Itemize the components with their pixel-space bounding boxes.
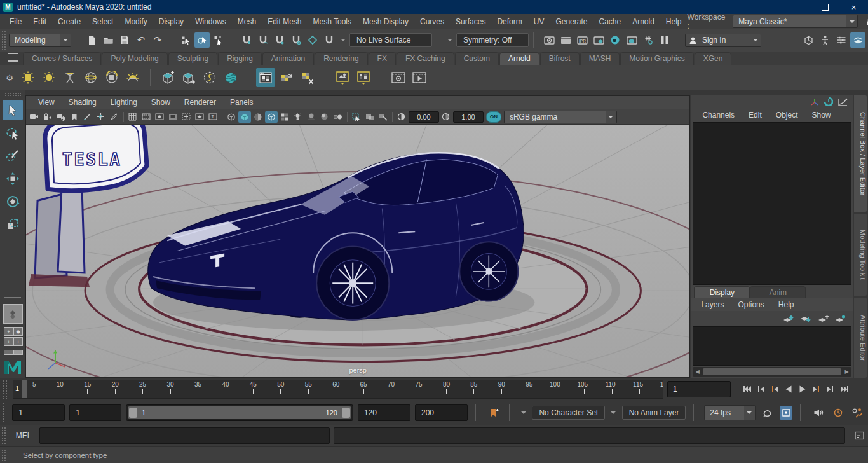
command-language-label[interactable]: MEL xyxy=(11,431,36,440)
undo-icon[interactable]: ↶ xyxy=(133,32,149,48)
live-surface-field[interactable]: No Live Surface xyxy=(349,33,432,47)
bookmark-add-icon[interactable] xyxy=(486,405,501,420)
menu-item[interactable]: Curves xyxy=(414,17,450,26)
oversampling-icon[interactable] xyxy=(108,111,121,123)
character-set-caret-icon[interactable] xyxy=(520,409,528,417)
section-divider[interactable] xyxy=(437,32,440,48)
layout-persp-graph-button[interactable]: + xyxy=(13,337,23,346)
shelf-tab[interactable]: FX xyxy=(369,52,396,65)
select-camera-icon[interactable] xyxy=(28,111,41,123)
playback-end-field[interactable]: 120 xyxy=(358,404,410,421)
arnold-light-portal-icon[interactable] xyxy=(102,68,121,87)
tab-display[interactable]: Display xyxy=(694,286,750,298)
arnold-export-standin-icon[interactable] xyxy=(179,68,198,87)
channel-box-menu-item[interactable]: Edit xyxy=(743,111,768,120)
menu-item[interactable]: Mesh xyxy=(232,17,262,26)
workspace-dropdown[interactable]: Maya Classic* xyxy=(733,15,858,28)
humanik-toggle-icon[interactable] xyxy=(817,32,832,48)
scroll-right-button[interactable]: ▶ xyxy=(842,367,851,377)
layout-two-pane-button[interactable]: + xyxy=(4,337,13,346)
attribute-editor-toggle-icon[interactable] xyxy=(834,32,849,48)
arnold-skydome-light-icon[interactable] xyxy=(81,68,100,87)
camera-name-label[interactable]: persp xyxy=(349,366,367,374)
snap-options-caret-icon[interactable] xyxy=(338,36,348,44)
anim-layer-field[interactable]: No Anim Layer xyxy=(622,406,686,420)
menu-item[interactable]: Select xyxy=(86,17,119,26)
layout-persp-outliner-button[interactable]: ◆ xyxy=(13,327,23,336)
xray-icon[interactable] xyxy=(363,111,376,123)
use-default-material-icon[interactable] xyxy=(278,111,291,123)
arnold-light-manager-icon[interactable] xyxy=(333,68,352,87)
arnold-volume-icon[interactable] xyxy=(221,68,240,87)
section-divider[interactable] xyxy=(170,32,173,48)
axes-icon[interactable] xyxy=(810,98,819,106)
xray-joints-icon[interactable] xyxy=(377,111,390,123)
gamma-field[interactable]: 1.00 xyxy=(453,111,484,123)
tab-channel-box-layer-editor[interactable]: Channel Box / Layer Editor xyxy=(854,95,867,212)
paint-select-tool[interactable] xyxy=(3,146,23,166)
menu-item[interactable]: Help xyxy=(660,17,688,26)
drag-handle[interactable] xyxy=(1,31,6,50)
section-divider[interactable] xyxy=(533,32,537,48)
layer-list[interactable] xyxy=(693,326,851,366)
viewport-menu-item[interactable]: Renderer xyxy=(177,98,223,107)
viewport-menu-item[interactable]: Panels xyxy=(223,98,261,107)
menu-item[interactable]: Generate xyxy=(550,17,593,26)
playback-loop-icon[interactable] xyxy=(760,405,775,420)
layer-editor-menu-item[interactable]: Layers xyxy=(695,300,729,309)
step-back-key-button[interactable] xyxy=(768,382,782,397)
range-end-handle[interactable] xyxy=(342,408,350,418)
arnold-aov-browser-icon[interactable] xyxy=(354,68,373,87)
shelf-tab[interactable]: Motion Graphics xyxy=(620,52,693,65)
motion-blur-icon[interactable] xyxy=(332,111,344,123)
viewport-menu-item[interactable]: View xyxy=(31,98,62,107)
snap-to-grids-icon[interactable] xyxy=(239,32,254,48)
viewport-menu-item[interactable]: Shading xyxy=(62,98,104,107)
scroll-left-button[interactable]: ◀ xyxy=(693,367,702,377)
lighting-icon[interactable] xyxy=(292,111,304,123)
wireframe-icon[interactable] xyxy=(225,111,238,123)
menu-item[interactable]: Display xyxy=(153,17,189,26)
play-forwards-button[interactable] xyxy=(796,382,810,397)
render-settings-icon[interactable] xyxy=(591,32,606,48)
range-start-handle[interactable] xyxy=(129,408,137,418)
shelf-tab[interactable]: XGen xyxy=(695,52,732,65)
section-divider[interactable] xyxy=(800,404,803,421)
arnold-photometric-light-icon[interactable] xyxy=(60,68,79,87)
texture-bake-icon[interactable] xyxy=(624,32,639,48)
channel-box-toggle-icon[interactable] xyxy=(850,32,865,48)
save-scene-icon[interactable] xyxy=(117,32,132,48)
section-divider[interactable] xyxy=(475,404,478,421)
drag-handle[interactable] xyxy=(3,403,6,423)
arnold-renderview-icon[interactable] xyxy=(607,32,623,48)
shelf-tab[interactable]: FX Caching xyxy=(397,52,454,65)
render-current-frame-icon[interactable] xyxy=(558,32,573,48)
camera-attributes-icon[interactable] xyxy=(55,111,67,123)
channel-box-content[interactable] xyxy=(693,122,851,285)
timeline-ruler[interactable]: 5 10 15 20 25 30 35 40 45 50 xyxy=(13,380,663,399)
snap-to-projected-center-icon[interactable] xyxy=(288,32,304,48)
image-plane-icon[interactable] xyxy=(81,111,94,123)
shelf-menu-gear-icon[interactable]: ⚙ xyxy=(3,68,17,87)
shelf-tab[interactable]: Arnold xyxy=(499,52,539,65)
gauge-icon[interactable] xyxy=(824,97,833,106)
shelf-tab[interactable]: Animation xyxy=(262,52,314,65)
arnold-flush-texture-icon[interactable] xyxy=(298,68,317,87)
step-forward-frame-button[interactable] xyxy=(824,382,837,397)
go-to-start-button[interactable] xyxy=(740,382,754,397)
select-object-icon[interactable] xyxy=(194,32,210,48)
drag-handle[interactable] xyxy=(1,427,6,445)
create-empty-layer-icon[interactable] xyxy=(817,313,829,324)
pause-icon[interactable] xyxy=(657,32,672,48)
playback-start-field[interactable]: 1 xyxy=(69,404,121,421)
snap-to-points-icon[interactable] xyxy=(272,32,287,48)
menu-item[interactable]: Mesh Tools xyxy=(308,17,357,26)
gate-mask-icon[interactable] xyxy=(166,111,179,123)
view-transform-dropdown[interactable]: sRGB gamma xyxy=(504,111,617,123)
channel-box-menu-item[interactable]: Object xyxy=(770,111,804,120)
bookmark-icon[interactable] xyxy=(68,111,81,123)
menu-item[interactable]: Modify xyxy=(119,17,153,26)
menu-item[interactable]: Surfaces xyxy=(450,17,491,26)
menu-item[interactable]: UV xyxy=(528,17,550,26)
safe-title-icon[interactable]: T xyxy=(207,111,219,123)
